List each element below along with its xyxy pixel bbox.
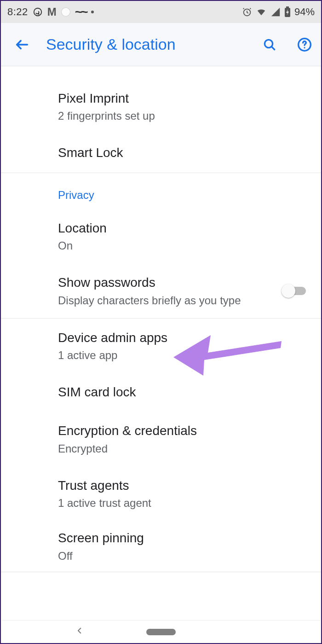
row-location[interactable]: Location On xyxy=(1,209,321,263)
nav-home-pill[interactable] xyxy=(146,629,176,635)
alarm-icon xyxy=(242,7,252,17)
section-privacy: Privacy xyxy=(1,173,321,209)
page-title: Security & location xyxy=(46,35,246,53)
back-button[interactable] xyxy=(11,34,33,56)
row-title: Trust agents xyxy=(58,477,312,494)
row-title: Encryption & credentials xyxy=(58,423,312,439)
m-icon: M xyxy=(47,6,57,18)
svg-point-0 xyxy=(34,8,42,16)
row-subtitle: On xyxy=(58,239,312,252)
search-button[interactable] xyxy=(259,34,281,56)
navigation-bar xyxy=(2,620,320,643)
wifi-icon xyxy=(256,7,267,17)
row-encryption-credentials[interactable]: Encryption & credentials Encrypted xyxy=(1,412,321,466)
notification-dot-icon xyxy=(61,7,70,17)
row-trust-agents[interactable]: Trust agents 1 active trust agent xyxy=(1,466,321,521)
row-subtitle: 1 active app xyxy=(58,349,312,362)
help-icon xyxy=(297,37,312,52)
cell-signal-icon xyxy=(270,7,281,17)
row-screen-pinning[interactable]: Screen pinning Off xyxy=(1,521,321,571)
row-sim-card-lock[interactable]: SIM card lock xyxy=(1,373,321,412)
row-smart-lock[interactable]: Smart Lock xyxy=(1,133,321,172)
nav-back-button[interactable] xyxy=(75,625,84,639)
row-subtitle: Display characters briefly as you type xyxy=(58,294,280,307)
svg-rect-3 xyxy=(286,6,289,8)
divider xyxy=(1,572,321,572)
help-button[interactable] xyxy=(293,34,316,56)
row-title: Show passwords xyxy=(58,274,280,291)
search-icon xyxy=(262,37,277,52)
row-device-admin-apps[interactable]: Device admin apps 1 active app xyxy=(1,319,321,373)
row-title: Smart Lock xyxy=(58,145,312,161)
app-bar: Security & location xyxy=(1,23,321,66)
row-subtitle: 2 fingerprints set up xyxy=(58,110,312,122)
battery-charging-icon xyxy=(284,6,291,17)
row-title: Location xyxy=(58,220,312,237)
status-bar: 8:22 M ~~ 94% xyxy=(1,1,321,23)
row-subtitle: Off xyxy=(58,550,312,563)
settings-list: Pixel Imprint 2 fingerprints set up Smar… xyxy=(1,66,321,572)
row-title: SIM card lock xyxy=(58,384,312,400)
row-show-passwords[interactable]: Show passwords Display characters briefl… xyxy=(1,263,321,318)
chevron-left-icon xyxy=(75,625,84,636)
status-time: 8:22 xyxy=(7,6,28,18)
row-subtitle: 1 active trust agent xyxy=(58,497,312,510)
whatsapp-icon xyxy=(33,7,43,17)
row-title: Pixel Imprint xyxy=(58,90,312,107)
svg-point-6 xyxy=(304,47,305,48)
show-passwords-toggle[interactable] xyxy=(282,284,308,297)
row-title: Screen pinning xyxy=(58,530,312,546)
row-pixel-imprint[interactable]: Pixel Imprint 2 fingerprints set up xyxy=(1,79,321,133)
arrow-left-icon xyxy=(14,37,30,52)
more-notifications-icon xyxy=(91,11,94,13)
mustache-icon: ~~ xyxy=(75,10,86,14)
row-title: Device admin apps xyxy=(58,330,312,346)
row-subtitle: Encrypted xyxy=(58,442,312,455)
battery-percentage: 94% xyxy=(294,6,315,18)
